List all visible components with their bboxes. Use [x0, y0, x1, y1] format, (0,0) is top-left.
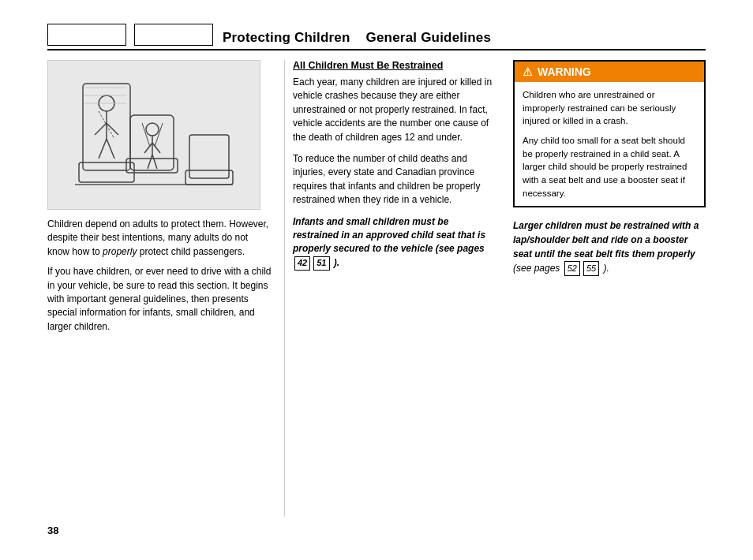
- middle-column: All Children Must Be Restrained Each yea…: [284, 60, 505, 517]
- svg-line-15: [148, 155, 152, 169]
- warning-icon: ⚠: [523, 65, 533, 78]
- header-divider: [47, 49, 706, 50]
- svg-rect-20: [189, 135, 229, 178]
- right-caption: Larger children must be restrained with …: [513, 218, 706, 276]
- warning-para2: Any child too small for a seat belt shou…: [523, 134, 696, 200]
- svg-line-8: [99, 139, 107, 159]
- page-link-55[interactable]: 55: [583, 261, 599, 276]
- main-content: Children depend on adults to protect the…: [47, 60, 706, 517]
- svg-point-11: [146, 123, 159, 136]
- svg-line-9: [107, 139, 114, 159]
- nav-tab-1[interactable]: [47, 24, 126, 46]
- svg-line-7: [107, 123, 118, 135]
- header-titles: Protecting Children General Guidelines: [223, 30, 491, 46]
- mid-para2: To reduce the number of child deaths and…: [293, 152, 493, 207]
- page-number: 38: [47, 517, 706, 536]
- page-link-51[interactable]: 51: [313, 256, 329, 271]
- header-nav: Protecting Children General Guidelines: [47, 24, 706, 46]
- mid-heading: All Children Must Be Restrained: [293, 60, 493, 71]
- page-link-52[interactable]: 52: [564, 261, 580, 276]
- page-link-42[interactable]: 42: [294, 256, 310, 271]
- svg-rect-21: [185, 170, 233, 185]
- left-column: Children depend on adults to protect the…: [47, 60, 284, 517]
- right-column: ⚠ WARNING Children who are unrestrained …: [505, 60, 706, 517]
- warning-title: WARNING: [538, 65, 591, 78]
- left-para1: Children depend on adults to protect the…: [47, 218, 272, 259]
- mid-bold-italic: Infants and small children must be restr…: [293, 215, 493, 271]
- svg-line-6: [95, 123, 107, 135]
- left-para2: If you have children, or ever need to dr…: [47, 265, 272, 334]
- warning-header: ⚠ WARNING: [515, 62, 704, 82]
- warning-body: Children who are unrestrained or imprope…: [515, 82, 704, 206]
- car-illustration: [47, 60, 260, 210]
- warning-para1: Children who are unrestrained or imprope…: [523, 88, 696, 128]
- nav-tab-2[interactable]: [134, 24, 213, 46]
- svg-line-16: [152, 155, 157, 169]
- svg-line-13: [144, 143, 152, 153]
- mid-para1: Each year, many children are injured or …: [293, 76, 493, 144]
- warning-box: ⚠ WARNING Children who are unrestrained …: [513, 60, 706, 207]
- title-protecting: Protecting Children: [223, 30, 350, 46]
- title-general: General Guidelines: [366, 30, 492, 46]
- svg-line-14: [152, 143, 160, 153]
